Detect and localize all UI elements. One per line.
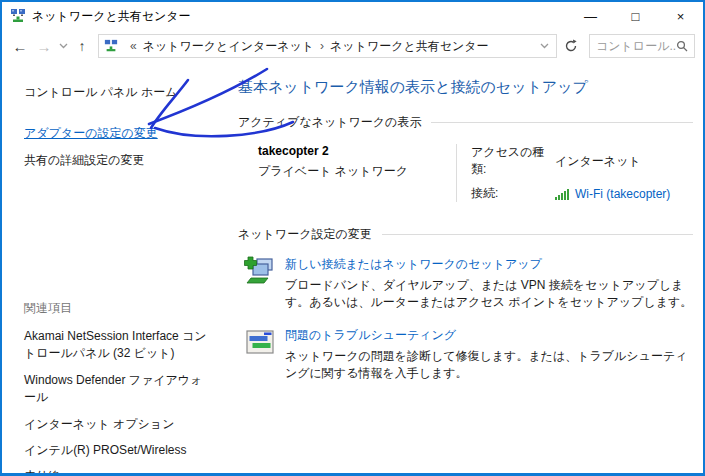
navigation-bar: ← → ↑ « ネットワークとインターネット › ネットワークと共有センター (2, 30, 703, 62)
related-items-section: 関連項目 Akamai NetSession Interface コントロールパ… (24, 300, 212, 476)
content-area: コントロール パネル ホーム アダプターの設定の変更 共有の詳細設定の変更 関連… (2, 62, 703, 473)
back-button[interactable]: ← (8, 34, 32, 58)
close-button[interactable]: × (658, 2, 703, 30)
sidebar-item-internet-options[interactable]: インターネット オプション (24, 416, 212, 433)
sidebar-item-akamai-netsession[interactable]: Akamai NetSession Interface コントロールパネル (3… (24, 328, 212, 363)
wifi-signal-icon (555, 188, 571, 200)
address-bar[interactable]: « ネットワークとインターネット › ネットワークと共有センター (98, 34, 557, 58)
title-bar: ネットワークと共有センター — □ × (2, 2, 703, 30)
setup-new-connection-description: ブロードバンド、ダイヤルアップ、または VPN 接続をセットアップします。あるい… (285, 277, 693, 310)
main-panel: 基本ネットワーク情報の表示と接続のセットアップ アクティブなネットワークの表示 … (222, 62, 703, 473)
window-title: ネットワークと共有センター (32, 8, 191, 25)
breadcrumb-item-sharing-center[interactable]: ネットワークと共有センター (330, 38, 489, 55)
setup-new-connection-item: 新しい接続またはネットワークのセットアップ ブロードバンド、ダイヤルアップ、また… (238, 256, 693, 310)
forward-button[interactable]: → (32, 34, 56, 58)
breadcrumb-separator: › (320, 39, 324, 53)
new-connection-icon (244, 256, 276, 288)
network-identity: takecopter 2 プライベート ネットワーク (258, 144, 456, 202)
active-networks-section-header: アクティブなネットワークの表示 (238, 114, 693, 131)
change-settings-section-title: ネットワーク設定の変更 (238, 226, 372, 243)
troubleshoot-problems-description: ネットワークの問題を診断して修復します。または、トラブルシューティングに関する情… (285, 348, 693, 381)
access-type-row: アクセスの種類: インターネット (471, 144, 670, 178)
address-network-icon (104, 39, 118, 53)
network-name: takecopter 2 (258, 144, 456, 158)
wifi-connection-link[interactable]: Wi-Fi (takecopter) (575, 187, 670, 201)
search-box[interactable]: コントロール... (589, 34, 695, 58)
access-type-label: アクセスの種類: (471, 144, 555, 178)
sidebar-item-change-advanced-sharing[interactable]: 共有の詳細設定の変更 (24, 152, 214, 169)
breadcrumb-prefix: « (130, 39, 137, 53)
troubleshoot-icon (244, 327, 276, 359)
sidebar-item-control-panel-home[interactable]: コントロール パネル ホーム (24, 84, 214, 101)
troubleshoot-problems-link[interactable]: 問題のトラブルシューティング (285, 327, 693, 344)
related-items-header: 関連項目 (24, 300, 212, 317)
troubleshoot-problems-item: 問題のトラブルシューティング ネットワークの問題を診断して修復します。または、ト… (238, 327, 693, 381)
maximize-button[interactable]: □ (613, 2, 658, 30)
network-sharing-center-window: ネットワークと共有センター — □ × ← → ↑ « ネットワークとインターネ… (0, 0, 705, 476)
up-button[interactable]: ↑ (70, 34, 94, 58)
active-networks-section-title: アクティブなネットワークの表示 (238, 114, 421, 131)
change-settings-section-header: ネットワーク設定の変更 (238, 226, 693, 243)
address-chevron-down-icon[interactable] (536, 43, 552, 49)
page-title: 基本ネットワーク情報の表示と接続のセットアップ (238, 78, 693, 97)
network-app-icon (10, 8, 26, 24)
sidebar: コントロール パネル ホーム アダプターの設定の変更 共有の詳細設定の変更 関連… (2, 62, 222, 473)
sidebar-item-windows-defender-firewall[interactable]: Windows Defender ファイアウォール (24, 372, 212, 407)
sidebar-item-intel-proset-wireless[interactable]: インテル(R) PROSet/Wireless (24, 442, 212, 459)
window-controls: — □ × (568, 2, 703, 30)
active-network-block: takecopter 2 プライベート ネットワーク アクセスの種類: インター… (238, 144, 693, 202)
connection-row: 接続: Wi-Fi (takecopter) (471, 185, 670, 202)
breadcrumb-item-network-internet[interactable]: ネットワークとインターネット (143, 38, 314, 55)
sidebar-item-change-adapter-settings[interactable]: アダプターの設定の変更 (24, 125, 214, 142)
section-rule (382, 234, 693, 235)
minimize-button[interactable]: — (568, 2, 613, 30)
setup-new-connection-link[interactable]: 新しい接続またはネットワークのセットアップ (285, 256, 693, 273)
search-placeholder: コントロール... (596, 38, 676, 55)
search-icon[interactable] (676, 40, 688, 52)
section-rule (431, 122, 693, 123)
network-type: プライベート ネットワーク (258, 163, 456, 180)
access-type-value: インターネット (555, 153, 641, 170)
connection-label: 接続: (471, 185, 555, 202)
sidebar-item-infrared[interactable]: 赤外線 (24, 468, 212, 476)
network-details: アクセスの種類: インターネット 接続: (456, 144, 670, 202)
refresh-icon[interactable] (559, 34, 583, 58)
history-chevron-down-icon[interactable] (56, 34, 70, 58)
